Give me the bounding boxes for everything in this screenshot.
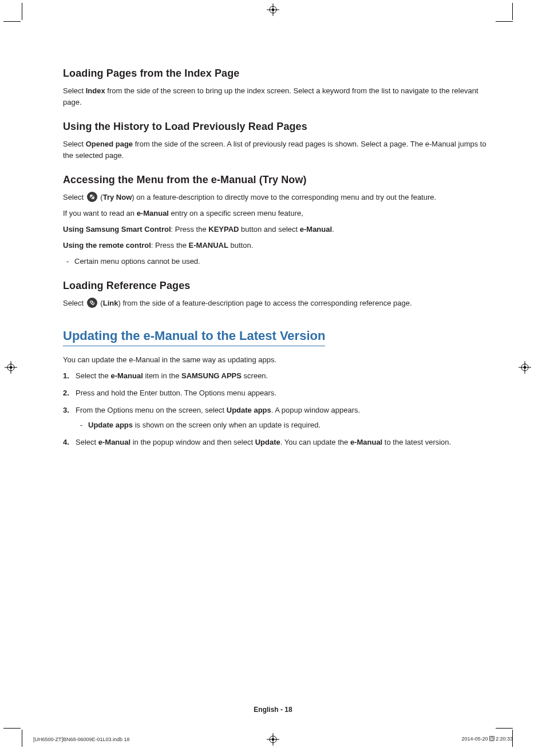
section-heading-index: Loading Pages from the Index Page: [63, 68, 486, 80]
try-now-icon: [87, 192, 97, 202]
section-heading-trynow: Accessing the Menu from the e-Manual (Tr…: [63, 174, 486, 186]
chapter-heading-update: Updating the e-Manual to the Latest Vers…: [63, 328, 325, 346]
section-heading-reference: Loading Reference Pages: [63, 280, 486, 292]
update-steps: Select the e-Manual item in the SAMSUNG …: [63, 370, 486, 448]
section-body-history: Select Opened page from the side of the …: [63, 138, 486, 161]
imprint-timestamp: 2014-05-20 2:20:33: [461, 736, 513, 742]
registration-mark-left-icon: [5, 361, 17, 374]
page-footer: English - 18: [0, 706, 546, 714]
update-step-4: Select e-Manual in the popup window and …: [63, 437, 486, 448]
registration-mark-bottom-icon: [267, 733, 279, 746]
registration-mark-top-icon: [267, 3, 279, 16]
section-heading-history: Using the History to Load Previously Rea…: [63, 121, 486, 133]
update-step-3-note: Update apps is shown on the screen only …: [76, 419, 486, 431]
imprint-filename: [UH6500-ZT]BN68-06009E-01L03.indb 18: [33, 737, 130, 742]
clock-icon: [489, 736, 494, 742]
update-step-1: Select the e-Manual item in the SAMSUNG …: [63, 370, 486, 382]
registration-mark-right-icon: [519, 361, 531, 374]
update-intro: You can update the e-Manual in the same …: [63, 354, 486, 366]
section-body-trynow-2: If you want to read an e-Manual entry on…: [63, 208, 486, 219]
update-step-3: From the Options menu on the screen, sel…: [63, 405, 486, 431]
section-body-reference: Select (Link) from the side of a feature…: [63, 298, 486, 309]
section-note-trynow: Certain menu options cannot be used.: [63, 256, 486, 267]
link-icon: [87, 298, 97, 308]
update-step-2: Press and hold the Enter button. The Opt…: [63, 387, 486, 399]
section-body-trynow-3: Using Samsung Smart Control: Press the K…: [63, 224, 486, 235]
section-body-index: Select Index from the side of the screen…: [63, 85, 486, 108]
section-body-trynow-4: Using the remote control: Press the E-MA…: [63, 240, 486, 251]
section-body-trynow-1: Select (Try Now) on a feature-descriptio…: [63, 192, 486, 203]
page-content: Loading Pages from the Index Page Select…: [63, 63, 486, 454]
